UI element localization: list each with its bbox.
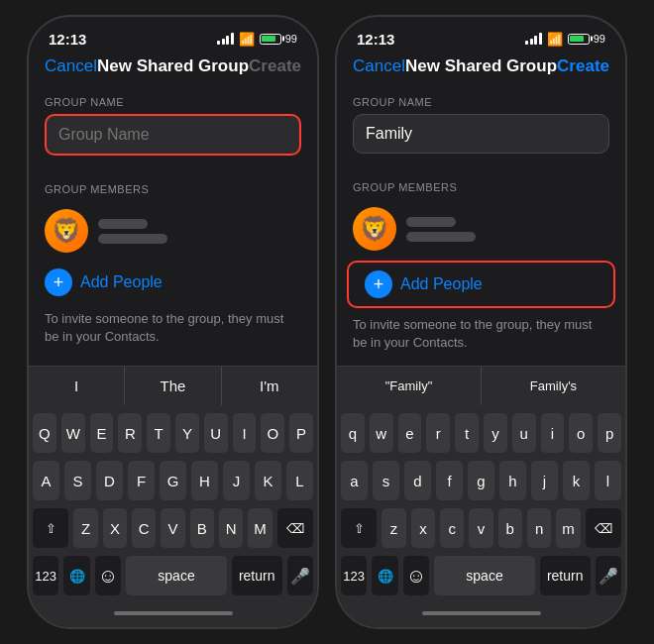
mic-key-2[interactable]: 🎤	[596, 556, 621, 595]
create-button-2[interactable]: Create	[557, 56, 609, 76]
key-lw[interactable]: w	[370, 413, 393, 453]
space-key-1[interactable]: space	[126, 556, 227, 595]
members-section-1: GROUP MEMBERS 🦁 + Add People To invite s…	[29, 171, 317, 358]
backspace-key-2[interactable]: ⌫	[586, 508, 621, 548]
key-lg[interactable]: g	[468, 461, 494, 500]
return-key-1[interactable]: return	[232, 556, 282, 595]
key-g[interactable]: G	[160, 461, 186, 500]
key-lh[interactable]: h	[499, 461, 526, 500]
key-a[interactable]: A	[33, 461, 59, 500]
backspace-key-1[interactable]: ⌫	[277, 508, 313, 548]
key-w[interactable]: W	[61, 413, 85, 453]
emoji-key-1[interactable]: ☺	[95, 556, 121, 595]
numbers-key-1[interactable]: 123	[33, 556, 58, 595]
key-s[interactable]: S	[64, 461, 91, 500]
suggestion-bar-1: I The I'm	[29, 366, 317, 405]
key-lp[interactable]: p	[598, 413, 621, 453]
add-people-row-2[interactable]: + Add People	[349, 263, 613, 306]
key-i[interactable]: I	[233, 413, 257, 453]
add-people-label-1[interactable]: Add People	[80, 273, 163, 291]
add-people-label-2[interactable]: Add People	[400, 275, 483, 293]
key-row-1-1: Q W E R T Y U I O P	[33, 413, 313, 453]
key-k[interactable]: K	[255, 461, 281, 500]
avatar-1: 🦁	[45, 209, 88, 253]
shift-key-2[interactable]: ⇧	[341, 508, 377, 548]
key-ln[interactable]: n	[527, 508, 551, 548]
key-l[interactable]: L	[286, 461, 313, 500]
key-b[interactable]: B	[190, 508, 214, 548]
key-p[interactable]: P	[289, 413, 313, 453]
key-e[interactable]: E	[90, 413, 114, 453]
key-lb[interactable]: b	[498, 508, 522, 548]
suggestion-2-2[interactable]: Family's	[482, 367, 625, 405]
key-lc[interactable]: c	[440, 508, 464, 548]
home-indicator-2	[422, 611, 541, 615]
status-bar-1: 12:13 📶 99	[29, 17, 317, 53]
key-n[interactable]: N	[219, 508, 243, 548]
group-name-input-1[interactable]	[58, 126, 287, 144]
globe-key-1[interactable]: 🌐	[63, 556, 89, 595]
add-people-row-1[interactable]: + Add People	[29, 261, 317, 304]
suggestion-2-1[interactable]: "Family"	[337, 367, 482, 405]
key-lu[interactable]: u	[512, 413, 536, 453]
globe-key-2[interactable]: 🌐	[372, 556, 397, 595]
status-time-2: 12:13	[357, 31, 394, 48]
battery-icon-1: 99	[260, 33, 297, 45]
key-lq[interactable]: q	[341, 413, 365, 453]
key-lk[interactable]: k	[563, 461, 590, 500]
signal-icon-1	[217, 33, 234, 45]
key-d[interactable]: D	[96, 461, 123, 500]
key-c[interactable]: C	[132, 508, 156, 548]
key-lt[interactable]: t	[455, 413, 479, 453]
key-v[interactable]: V	[161, 508, 184, 548]
group-name-label-1: GROUP NAME	[29, 84, 317, 114]
key-h[interactable]: H	[191, 461, 218, 500]
key-t[interactable]: T	[147, 413, 170, 453]
key-x[interactable]: X	[103, 508, 127, 548]
member-row-2: 🦁	[337, 199, 625, 259]
mic-key-1[interactable]: 🎤	[287, 556, 313, 595]
shift-key-1[interactable]: ⇧	[33, 508, 68, 548]
key-z[interactable]: Z	[73, 508, 97, 548]
key-y[interactable]: Y	[175, 413, 199, 453]
member-name-bar-2	[406, 217, 456, 227]
suggestion-1-1[interactable]: I	[29, 367, 125, 405]
key-lx[interactable]: x	[411, 508, 435, 548]
key-ls[interactable]: s	[373, 461, 399, 500]
plus-icon-1: +	[45, 268, 72, 296]
key-u[interactable]: U	[204, 413, 228, 453]
key-lz[interactable]: z	[382, 508, 405, 548]
key-lo[interactable]: o	[569, 413, 593, 453]
cancel-button-2[interactable]: Cancel	[353, 56, 405, 76]
key-lj[interactable]: j	[531, 461, 558, 500]
suggestion-1-3[interactable]: I'm	[222, 367, 317, 405]
key-lv[interactable]: v	[469, 508, 492, 548]
key-j[interactable]: J	[223, 461, 250, 500]
key-m[interactable]: M	[248, 508, 272, 548]
key-li[interactable]: i	[541, 413, 565, 453]
key-row-2-3: ⇧ z x c v b n m ⌫	[341, 508, 621, 548]
numbers-key-2[interactable]: 123	[341, 556, 367, 595]
key-la[interactable]: a	[341, 461, 368, 500]
return-key-2[interactable]: return	[540, 556, 591, 595]
key-f[interactable]: F	[128, 461, 155, 500]
suggestion-1-2[interactable]: The	[125, 367, 221, 405]
key-lm[interactable]: m	[556, 508, 580, 548]
status-icons-1: 📶 99	[217, 32, 297, 47]
cancel-button-1[interactable]: Cancel	[45, 56, 97, 76]
key-lr[interactable]: r	[426, 413, 450, 453]
key-ld[interactable]: d	[404, 461, 431, 500]
key-q[interactable]: Q	[33, 413, 56, 453]
group-name-field-2[interactable]: Family	[353, 114, 609, 154]
create-button-1[interactable]: Create	[249, 56, 301, 76]
nav-title-2: New Shared Group	[405, 56, 557, 76]
emoji-key-2[interactable]: ☺	[403, 556, 429, 595]
key-ll[interactable]: l	[595, 461, 621, 500]
key-o[interactable]: O	[261, 413, 284, 453]
space-key-2[interactable]: space	[434, 556, 535, 595]
group-name-field-1[interactable]	[45, 114, 301, 156]
key-r[interactable]: R	[118, 413, 142, 453]
key-le[interactable]: e	[398, 413, 422, 453]
key-lf[interactable]: f	[436, 461, 463, 500]
key-ly[interactable]: y	[484, 413, 507, 453]
